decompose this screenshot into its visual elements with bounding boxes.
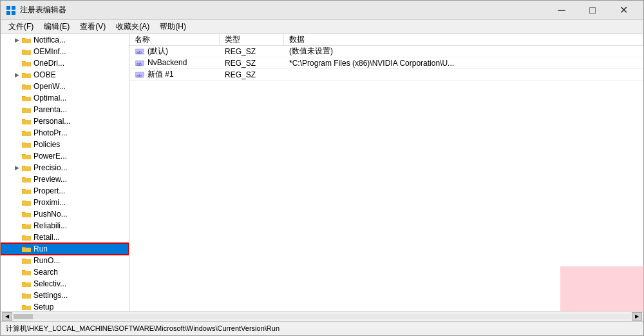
expand-btn-reliabili[interactable] <box>12 221 21 230</box>
expand-btn-policies[interactable] <box>12 140 21 149</box>
expand-btn-precisio[interactable]: ▶ <box>12 163 21 172</box>
expand-btn-proximi[interactable] <box>12 198 21 207</box>
tree-item-precisio[interactable]: ▶ Precisio... <box>1 162 129 173</box>
expand-btn-powere[interactable] <box>12 152 21 161</box>
tree-label-optimal: Optimal... <box>33 94 66 103</box>
svg-text:ab: ab <box>137 50 142 55</box>
menu-item-f[interactable]: 文件(F) <box>3 20 39 34</box>
data-row-2[interactable]: ab 新值 #1REG_SZ <box>129 69 643 81</box>
data-row-0[interactable]: ab (默认)REG_SZ(数值未设置) <box>129 46 643 57</box>
svg-rect-19 <box>22 213 31 217</box>
title-bar: 注册表编辑器 ─ □ ✕ <box>1 1 643 20</box>
expand-btn-oobe[interactable]: ▶ <box>12 70 21 79</box>
menu-item-h[interactable]: 帮助(H) <box>155 20 191 34</box>
expand-btn-run[interactable] <box>12 244 21 253</box>
expand-btn-search[interactable] <box>12 268 21 277</box>
cell-data-0: (数值未设置) <box>284 46 643 57</box>
tree-item-oeminfo[interactable]: OEMInf... <box>1 46 129 57</box>
registry-tree[interactable]: ▶ Notifica... OEMInf... OneDri...▶ OOBE … <box>1 34 129 311</box>
tree-item-pushno[interactable]: PushNo... <box>1 208 129 220</box>
folder-icon-runonce <box>21 255 32 266</box>
expand-btn-optimal[interactable] <box>12 94 21 103</box>
tree-item-policies[interactable]: Policies <box>1 139 129 150</box>
folder-icon-onedrive <box>21 58 32 68</box>
tree-item-onedrive[interactable]: OneDri... <box>1 57 129 69</box>
data-row-1[interactable]: ab NvBackendREG_SZ*C:\Program Files (x86… <box>129 57 643 69</box>
tree-label-reliabili: Reliabili... <box>33 221 67 230</box>
tree-item-run[interactable]: Run <box>1 243 129 255</box>
minimize-button[interactable]: ─ <box>547 1 576 20</box>
svg-text:ab: ab <box>137 74 142 78</box>
scroll-left-button[interactable]: ◀ <box>2 312 12 321</box>
status-bar: 计算机\HKEY_LOCAL_MACHINE\SOFTWARE\Microsof… <box>1 321 643 335</box>
cell-name-1: ab NvBackend <box>129 58 220 68</box>
svg-rect-15 <box>22 166 31 171</box>
expand-btn-propert[interactable] <box>12 186 21 195</box>
menu-item-e[interactable]: 编辑(E) <box>39 20 75 34</box>
tree-item-powere[interactable]: PowerE... <box>1 150 129 162</box>
expand-btn-runonce[interactable] <box>12 256 21 265</box>
folder-icon-retaild <box>21 232 32 242</box>
maximize-button[interactable]: □ <box>578 1 607 20</box>
svg-rect-25 <box>22 282 31 287</box>
tree-item-preview[interactable]: Preview... <box>1 173 129 185</box>
menu-item-a[interactable]: 收藏夹(A) <box>111 20 155 34</box>
expand-btn-oeminfo[interactable] <box>12 47 21 56</box>
menu-bar: 文件(F)编辑(E)查看(V)收藏夹(A)帮助(H) <box>1 20 643 34</box>
scroll-track[interactable] <box>14 314 630 319</box>
expand-btn-settings[interactable] <box>12 291 21 300</box>
tree-item-openw[interactable]: OpenW... <box>1 81 129 92</box>
tree-item-selectiv[interactable]: Selectiv... <box>1 278 129 290</box>
tree-item-optimal[interactable]: Optimal... <box>1 92 129 104</box>
tree-item-retaild[interactable]: Retail... <box>1 232 129 243</box>
svg-text:ab: ab <box>137 62 142 66</box>
expand-btn-onedrive[interactable] <box>12 59 21 68</box>
svg-rect-24 <box>22 271 31 275</box>
close-button[interactable]: ✕ <box>609 1 638 20</box>
tree-item-oobe[interactable]: ▶ OOBE <box>1 69 129 81</box>
tree-item-setup[interactable]: Setup <box>1 301 129 311</box>
svg-rect-4 <box>22 39 31 43</box>
tree-item-reliabili[interactable]: Reliabili... <box>1 220 129 232</box>
cell-data-1: *C:\Program Files (x86)\NVIDIA Corporati… <box>284 59 643 68</box>
tree-item-parental[interactable]: Parenta... <box>1 104 129 115</box>
tree-label-run: Run <box>33 244 48 253</box>
tree-item-search[interactable]: Search <box>1 266 129 278</box>
svg-rect-3 <box>12 11 15 15</box>
tree-item-settings[interactable]: Settings... <box>1 290 129 301</box>
expand-btn-pushno[interactable] <box>12 210 21 219</box>
tree-item-personal[interactable]: Personal... <box>1 115 129 127</box>
expand-btn-parental[interactable] <box>12 105 21 114</box>
tree-label-runonce: RunO... <box>33 256 60 265</box>
cell-name-0: ab (默认) <box>129 46 220 57</box>
svg-rect-1 <box>12 6 15 10</box>
menu-item-v[interactable]: 查看(V) <box>75 20 111 34</box>
expand-btn-personal[interactable] <box>12 117 21 126</box>
expand-btn-setup[interactable] <box>12 302 21 311</box>
expand-btn-notifica[interactable]: ▶ <box>12 35 21 44</box>
svg-rect-5 <box>22 50 31 55</box>
expand-btn-photop[interactable] <box>12 128 21 137</box>
horizontal-scrollbar[interactable]: ◀ ▶ <box>1 311 643 321</box>
expand-btn-openw[interactable] <box>12 82 21 91</box>
tree-label-preview: Preview... <box>33 175 67 184</box>
tree-item-notifica[interactable]: ▶ Notifica... <box>1 34 129 46</box>
tree-item-proximi[interactable]: Proximi... <box>1 197 129 208</box>
expand-btn-retaild[interactable] <box>12 233 21 242</box>
tree-item-photop[interactable]: PhotoPr... <box>1 127 129 139</box>
tree-container: ▶ Notifica... OEMInf... OneDri...▶ OOBE … <box>1 34 129 311</box>
tree-item-runonce[interactable]: RunO... <box>1 255 129 266</box>
tree-label-personal: Personal... <box>33 117 70 126</box>
tree-item-propert[interactable]: Propert... <box>1 185 129 197</box>
expand-btn-selectiv[interactable] <box>12 279 21 288</box>
content-header: 名称 类型 数据 <box>129 34 643 46</box>
svg-rect-2 <box>6 11 10 15</box>
folder-icon-photop <box>21 128 32 138</box>
folder-icon-oobe <box>21 70 32 80</box>
scroll-right-button[interactable]: ▶ <box>632 312 642 321</box>
col-header-data: 数据 <box>284 34 643 45</box>
svg-rect-8 <box>22 85 31 90</box>
svg-rect-23 <box>22 259 31 264</box>
expand-btn-preview[interactable] <box>12 175 21 184</box>
scroll-thumb[interactable] <box>14 314 33 319</box>
